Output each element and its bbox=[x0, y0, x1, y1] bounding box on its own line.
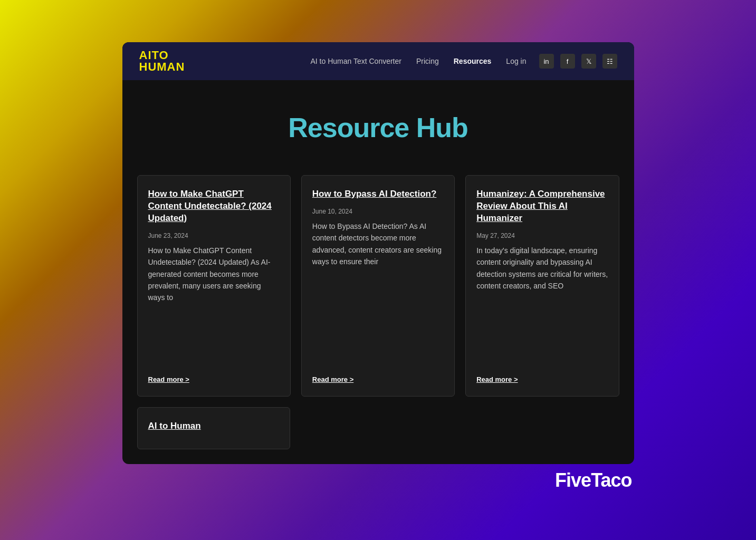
linkedin-icon[interactable]: in bbox=[539, 54, 554, 69]
article-card-partial-1: AI to Human bbox=[137, 407, 291, 449]
article-2-read-more[interactable]: Read more > bbox=[312, 375, 444, 383]
nav-links: AI to Human Text Converter Pricing Resou… bbox=[310, 56, 526, 66]
logo-aito: AITO bbox=[139, 50, 185, 61]
article-1-excerpt: How to Make ChatGPT Content Undetectable… bbox=[148, 245, 280, 370]
article-2-date: June 10, 2024 bbox=[312, 208, 444, 215]
logo[interactable]: AITO HUMAN bbox=[139, 50, 185, 73]
nav-resources[interactable]: Resources bbox=[454, 57, 492, 65]
hero-section: Resource Hub bbox=[122, 80, 634, 165]
article-3-excerpt: In today's digital landscape, ensuring c… bbox=[476, 245, 608, 370]
article-card-3: Humanizey: A Comprehensive Review About … bbox=[465, 175, 619, 397]
page-footer: FiveTaco bbox=[122, 464, 634, 491]
partial-article-1-title[interactable]: AI to Human bbox=[148, 420, 280, 432]
fivetaco-brand: FiveTaco bbox=[555, 469, 631, 491]
articles-grid: How to Make ChatGPT Content Undetectable… bbox=[122, 165, 634, 397]
nav-login[interactable]: Log in bbox=[506, 57, 526, 65]
nav-ai-converter[interactable]: AI to Human Text Converter bbox=[310, 57, 401, 65]
main-card: AITO HUMAN AI to Human Text Converter Pr… bbox=[122, 42, 634, 464]
navbar: AITO HUMAN AI to Human Text Converter Pr… bbox=[122, 42, 634, 80]
article-2-title[interactable]: How to Bypass AI Detection? bbox=[312, 188, 444, 200]
article-3-date: May 27, 2024 bbox=[476, 232, 608, 239]
article-1-title[interactable]: How to Make ChatGPT Content Undetectable… bbox=[148, 188, 280, 225]
article-card-1: How to Make ChatGPT Content Undetectable… bbox=[137, 175, 291, 397]
article-card-2: How to Bypass AI Detection? June 10, 202… bbox=[301, 175, 455, 397]
nav-pricing[interactable]: Pricing bbox=[416, 57, 439, 65]
article-3-title[interactable]: Humanizey: A Comprehensive Review About … bbox=[476, 188, 608, 225]
logo-human: HUMAN bbox=[139, 61, 185, 73]
facebook-icon[interactable]: f bbox=[560, 54, 575, 69]
article-1-read-more[interactable]: Read more > bbox=[148, 375, 280, 383]
article-2-excerpt: How to Bypass AI Detection? As AI conten… bbox=[312, 220, 444, 370]
nav-social-icons: in f 𝕏 ☷ bbox=[539, 54, 617, 69]
extra-icon[interactable]: ☷ bbox=[602, 54, 617, 69]
article-3-read-more[interactable]: Read more > bbox=[476, 375, 608, 383]
twitter-icon[interactable]: 𝕏 bbox=[581, 54, 596, 69]
article-1-date: June 23, 2024 bbox=[148, 232, 280, 239]
partial-row: AI to Human bbox=[122, 397, 634, 464]
page-title: Resource Hub bbox=[139, 112, 617, 143]
